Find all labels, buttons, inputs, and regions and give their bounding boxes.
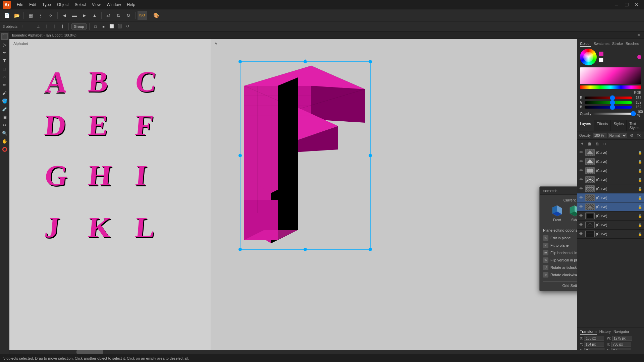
- menu-help[interactable]: Help: [124, 1, 138, 8]
- menu-window[interactable]: Window: [104, 1, 124, 8]
- right-canvas[interactable]: A: [211, 39, 577, 354]
- ellipse-tool[interactable]: ○: [1, 73, 8, 80]
- side-plane-btn[interactable]: Side: [569, 205, 577, 222]
- brushes-tab[interactable]: Brushes: [626, 42, 639, 47]
- grid-btn[interactable]: ⋮: [36, 11, 45, 20]
- menu-type[interactable]: Type: [40, 1, 54, 8]
- h-scrollbar[interactable]: [9, 350, 644, 354]
- opacity-slider[interactable]: [593, 113, 636, 115]
- brush-tool[interactable]: 🖌: [1, 89, 8, 97]
- align-l-btn[interactable]: ∣: [43, 23, 50, 30]
- view4-btn[interactable]: ⬛: [116, 23, 123, 30]
- delete-layer-btn[interactable]: 🗑: [587, 141, 593, 147]
- paint-bucket[interactable]: 🪣: [1, 97, 8, 105]
- eyedropper[interactable]: 💉: [1, 105, 8, 113]
- layer-item-selected[interactable]: 👁 (Curve) 🔒: [577, 202, 644, 212]
- align-mid-btn[interactable]: —: [27, 23, 34, 30]
- layers-tab[interactable]: Layers: [577, 120, 594, 131]
- color-btn[interactable]: 🎨: [151, 11, 161, 20]
- layer-item-selected[interactable]: 👁 (Curve) 🔒: [577, 193, 644, 202]
- flip-vertical-btn[interactable]: ⇅ Flip vertical in plane: [543, 256, 577, 264]
- align-top-btn2[interactable]: ⊤: [19, 23, 25, 30]
- new-doc-btn[interactable]: 📄: [2, 11, 11, 20]
- history-tab[interactable]: History: [599, 329, 611, 335]
- b-slider[interactable]: [585, 106, 632, 109]
- r-slider[interactable]: [585, 97, 632, 99]
- layer-item[interactable]: 👁 (Curve) 🔒: [577, 221, 644, 230]
- menu-object[interactable]: Object: [54, 1, 71, 8]
- g-slider[interactable]: [585, 101, 632, 104]
- colour-tab[interactable]: Colour: [580, 42, 591, 47]
- restore-btn[interactable]: ☐: [622, 0, 631, 9]
- blend-mode-select[interactable]: Normal: [608, 133, 627, 138]
- close-canvas-btn[interactable]: ✕: [636, 33, 641, 38]
- view3-btn[interactable]: ⬜: [108, 23, 115, 30]
- h-input[interactable]: [611, 342, 631, 347]
- layer-item[interactable]: 👁 (Curve) 🔒: [577, 230, 644, 239]
- swatches-tab[interactable]: Swatches: [593, 42, 609, 47]
- select-tool[interactable]: ⬛: [1, 33, 8, 40]
- menu-edit[interactable]: Edit: [26, 1, 39, 8]
- w-input[interactable]: [612, 336, 632, 341]
- align-right-btn[interactable]: ►: [80, 11, 89, 20]
- stroke-swatch[interactable]: [599, 58, 603, 62]
- text-styles-tab[interactable]: Text Styles: [627, 120, 644, 131]
- styles-tab[interactable]: Styles: [611, 120, 627, 131]
- menu-select[interactable]: Select: [72, 1, 89, 8]
- flip-h-btn[interactable]: ⇄: [104, 11, 113, 20]
- minimize-btn[interactable]: –: [612, 0, 621, 9]
- align-left-btn[interactable]: ◄: [60, 11, 69, 20]
- flip-horizontal-btn[interactable]: ⇄ Flip horizontal in plane: [543, 249, 577, 256]
- layer-item[interactable]: 👁 (Curve) 🔒: [577, 166, 644, 175]
- layer-item[interactable]: 👁 (Curve) 🔒: [577, 175, 644, 184]
- stroke-tab[interactable]: Stroke: [612, 42, 623, 47]
- artboard-tool[interactable]: ⭕: [1, 145, 8, 153]
- edit-in-plane-btn[interactable]: ✎ Edit in plane: [543, 234, 577, 242]
- pen-tool[interactable]: ✒: [1, 49, 8, 56]
- y-input[interactable]: [584, 342, 604, 347]
- grid-settings-btn[interactable]: Grid Settings...: [543, 281, 577, 288]
- layer-opacity-input[interactable]: [593, 133, 606, 138]
- align-bot-btn[interactable]: ⊥: [35, 23, 42, 30]
- add-layer-btn[interactable]: +: [579, 141, 585, 147]
- view2-btn[interactable]: ■: [100, 23, 107, 30]
- rotate-acw-btn[interactable]: ↺ Rotate anticlockwise in plane: [543, 264, 577, 271]
- layers-btn[interactable]: ▦: [26, 11, 35, 20]
- color-wheel[interactable]: [580, 49, 597, 65]
- direct-select-tool[interactable]: ▷: [1, 41, 8, 48]
- layer-settings-btn[interactable]: ⚙: [629, 132, 635, 138]
- hand-tool[interactable]: ✋: [1, 137, 8, 145]
- spectrum-bar[interactable]: [580, 85, 641, 89]
- gradient-tool[interactable]: ▣: [1, 113, 8, 121]
- align-top-btn[interactable]: ▲: [90, 11, 99, 20]
- align-r-btn[interactable]: ∣: [51, 23, 58, 30]
- pencil-tool[interactable]: ✏: [1, 81, 8, 88]
- dist-btn[interactable]: ∥: [59, 23, 66, 30]
- text-tool[interactable]: T: [1, 57, 8, 64]
- iso-btn[interactable]: ◊: [46, 11, 55, 20]
- scissors-tool[interactable]: ✂: [1, 121, 8, 129]
- layer-item[interactable]: 👁 (Curve) 🔒: [577, 212, 644, 221]
- fx-btn[interactable]: fx: [636, 132, 642, 138]
- view1-btn[interactable]: □: [92, 23, 99, 30]
- front-plane-btn[interactable]: Front: [551, 205, 563, 222]
- group-btn[interactable]: Group: [71, 23, 87, 29]
- duplicate-layer-btn[interactable]: ⎘: [594, 141, 600, 147]
- close-btn[interactable]: ✕: [632, 0, 641, 9]
- color-gradient-area[interactable]: [580, 67, 641, 84]
- x-input[interactable]: [584, 336, 604, 341]
- align-center-btn[interactable]: ▬: [70, 11, 79, 20]
- layer-item[interactable]: 👁 (Curve) 🔒: [577, 157, 644, 166]
- fill-swatch[interactable]: [599, 52, 603, 56]
- refresh-btn[interactable]: ↺: [124, 23, 131, 30]
- flip-v-btn[interactable]: ⇅: [114, 11, 123, 20]
- iso-grid-btn[interactable]: ISO: [138, 11, 147, 20]
- rect-tool[interactable]: □: [1, 65, 8, 72]
- mask-btn[interactable]: □: [601, 141, 607, 147]
- transform-tab[interactable]: Transform: [580, 329, 597, 335]
- menu-file[interactable]: File: [14, 1, 26, 8]
- left-canvas[interactable]: Alphabet A A A B B: [9, 39, 211, 354]
- rotate-btn[interactable]: ↻: [124, 11, 133, 20]
- effects-tab[interactable]: Effects: [594, 120, 611, 131]
- fit-to-plane-btn[interactable]: ⤢ Fit to plane: [543, 242, 577, 249]
